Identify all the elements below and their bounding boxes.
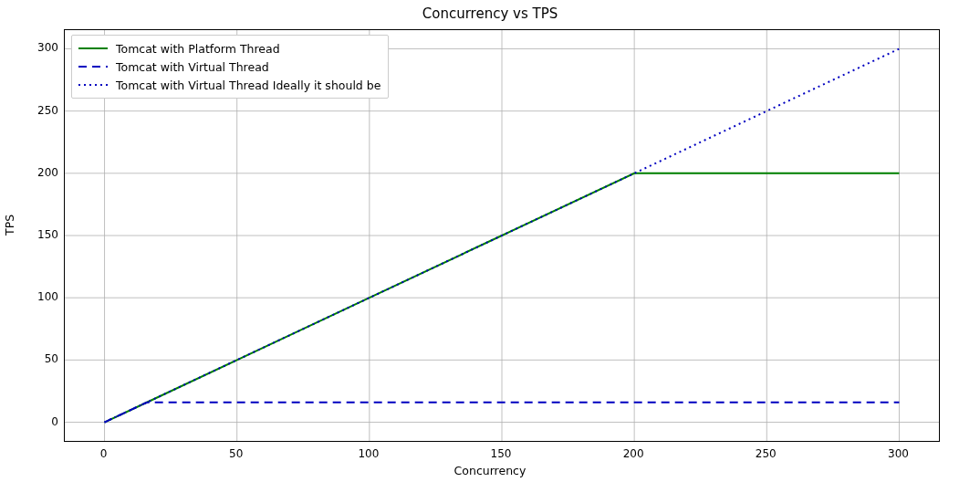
legend-swatch-1 (78, 60, 109, 73)
x-tick-label: 200 (623, 447, 644, 460)
legend-label: Tomcat with Virtual Thread Ideally it sh… (116, 79, 381, 92)
legend-label: Tomcat with Platform Thread (116, 42, 280, 56)
y-tick-label: 50 (13, 352, 58, 365)
legend-entry: Tomcat with Virtual Thread (78, 58, 381, 76)
y-tick-label: 100 (13, 290, 58, 303)
legend-swatch-0 (78, 42, 109, 55)
y-tick-label: 150 (13, 228, 58, 241)
x-tick-label: 250 (756, 447, 777, 460)
y-tick-label: 300 (13, 41, 58, 54)
legend-swatch-2 (78, 79, 109, 91)
x-axis-label: Concurrency (0, 464, 980, 477)
x-tick-label: 100 (358, 447, 379, 460)
x-tick-label: 50 (229, 447, 243, 460)
legend-label: Tomcat with Virtual Thread (116, 60, 269, 74)
y-tick-label: 200 (13, 166, 58, 179)
chart-figure: Concurrency vs TPS TPS 05010015020025030… (0, 0, 980, 482)
x-tick-label: 150 (491, 447, 512, 460)
x-tick-label: 300 (888, 447, 909, 460)
legend-entry: Tomcat with Platform Thread (78, 39, 381, 58)
y-tick-label: 0 (13, 415, 58, 428)
x-tick-label: 0 (100, 447, 108, 460)
y-tick-label: 250 (13, 104, 58, 117)
legend: Tomcat with Platform Thread Tomcat with … (71, 35, 389, 99)
legend-entry: Tomcat with Virtual Thread Ideally it sh… (78, 76, 381, 94)
chart-title: Concurrency vs TPS (0, 5, 980, 22)
